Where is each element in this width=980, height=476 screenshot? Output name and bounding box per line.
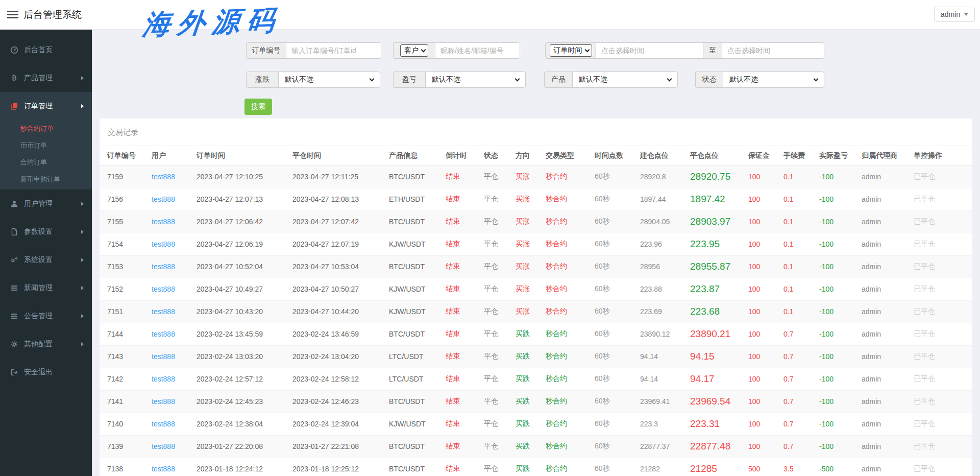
user-menu[interactable]: admin	[934, 7, 975, 22]
logout-icon	[10, 368, 19, 376]
user-link[interactable]: test888	[152, 413, 197, 435]
cell-order-id: 7143	[100, 345, 152, 368]
customer-input[interactable]	[435, 42, 520, 59]
cell-fee: 0.1	[783, 165, 819, 188]
cell-trade-type: 秒合约	[546, 323, 595, 345]
sidebar-subitem-spot-orders[interactable]: 币币订单	[0, 137, 92, 154]
sidebar-item-label: 订单管理	[24, 102, 53, 111]
cell-trade-type: 秒合约	[546, 188, 595, 210]
cell-product: KJW/USDT	[389, 413, 446, 435]
sidebar-item-other[interactable]: 其他配置	[0, 330, 92, 358]
user-link[interactable]: test888	[152, 255, 197, 278]
sidebar-subitem-contract-orders[interactable]: 合约订单	[0, 154, 92, 171]
cell-fee: 0.1	[783, 233, 819, 255]
cell-product: ETH/USDT	[389, 188, 446, 210]
status-select[interactable]: 默认不选	[723, 72, 824, 88]
sidebar-item-dashboard[interactable]: 后台首页	[0, 36, 92, 64]
cell-action: 已平仓	[914, 345, 972, 368]
cell-order-id: 7139	[100, 435, 152, 458]
user-link[interactable]: test888	[152, 165, 197, 188]
column-header: 平仓时间	[292, 146, 389, 165]
cell-close-time: 2023-04-27 12:07:42	[292, 210, 389, 233]
cell-close-price: 22877.48	[690, 435, 748, 458]
records-panel: 交易记录 订单编号用户订单时间平仓时间产品信息倒计时状态方向交易类型时间点数建仓…	[100, 118, 972, 476]
sidebar-item-products[interactable]: 产品管理	[0, 64, 92, 92]
sidebar-item-notice[interactable]: 公告管理	[0, 302, 92, 330]
cell-trade-type: 秒合约	[546, 458, 595, 476]
user-link[interactable]: test888	[152, 188, 197, 210]
sidebar-item-label: 参数设置	[24, 227, 53, 236]
time-from-input[interactable]	[596, 42, 703, 59]
product-label: 产品	[544, 72, 572, 88]
chevron-down-icon	[584, 47, 590, 53]
cell-status: 平仓	[484, 233, 516, 255]
cell-order-id: 7141	[100, 390, 152, 413]
menu-toggle-icon[interactable]	[7, 9, 18, 20]
chevron-down-icon	[370, 77, 375, 82]
cell-status: 平仓	[484, 255, 516, 278]
user-link[interactable]: test888	[152, 390, 197, 413]
user-link[interactable]: test888	[152, 368, 197, 390]
order-no-input[interactable]	[286, 42, 381, 59]
user-link[interactable]: test888	[152, 435, 197, 458]
user-link[interactable]: test888	[152, 233, 197, 255]
cell-direction: 买涨	[516, 278, 546, 300]
cell-action: 已平仓	[914, 255, 972, 278]
sidebar-item-orders[interactable]: 订单管理	[0, 92, 92, 120]
sidebar-item-system[interactable]: 系统设置	[0, 246, 92, 274]
user-link[interactable]: test888	[152, 210, 197, 233]
cell-close-price: 223.95	[690, 233, 748, 255]
cell-close-price: 223.87	[690, 278, 748, 300]
cell-agent: admin	[862, 458, 914, 476]
list-icon	[10, 284, 19, 292]
cell-trade-type: 秒合约	[546, 233, 595, 255]
cell-countdown: 结束	[446, 368, 484, 390]
cell-product: BTC/USDT	[389, 165, 446, 188]
sidebar-subitem-new-coin-orders[interactable]: 新币申购订单	[0, 171, 92, 187]
cell-open-time: 2023-04-27 10:49:27	[197, 278, 292, 300]
cell-margin: 100	[748, 278, 783, 300]
profit-select[interactable]: 默认不选	[425, 72, 526, 88]
updown-select[interactable]: 默认不选	[278, 72, 380, 88]
chevron-down-icon	[421, 47, 426, 53]
cell-close-price: 23890.21	[690, 323, 748, 345]
cell-agent: admin	[862, 165, 914, 188]
table-row: 7140test8882023-02-24 12:38:042023-02-24…	[100, 413, 972, 435]
user-link[interactable]: test888	[152, 345, 197, 368]
cell-order-id: 7142	[100, 368, 152, 390]
sidebar-item-news[interactable]: 新闻管理	[0, 274, 92, 302]
cell-pnl: -100	[819, 165, 862, 188]
sidebar-item-label: 新闻管理	[24, 283, 53, 293]
cell-direction: 买跌	[516, 368, 546, 390]
cell-status: 平仓	[484, 345, 516, 368]
cell-trade-type: 秒合约	[546, 300, 595, 323]
caret-down-icon	[964, 13, 968, 16]
cell-direction: 买跌	[516, 323, 546, 345]
sidebar-item-params[interactable]: 参数设置	[0, 218, 92, 246]
customer-type-select[interactable]: 客户	[400, 44, 428, 57]
user-link[interactable]: test888	[152, 323, 197, 345]
search-button[interactable]: 搜索	[244, 99, 272, 115]
sidebar-item-logout[interactable]: 安全退出	[0, 358, 92, 386]
sidebar-subitem-second-contract-orders[interactable]: 秒合约订单	[0, 120, 92, 137]
cell-open-price: 223.69	[640, 300, 690, 323]
cell-countdown: 结束	[446, 165, 484, 188]
product-select[interactable]: 默认不选	[572, 72, 678, 88]
user-link[interactable]: test888	[152, 278, 197, 300]
cell-duration: 60秒	[595, 435, 640, 458]
cell-open-time: 2023-04-27 12:10:25	[197, 165, 292, 188]
column-header: 单控操作	[914, 146, 972, 165]
cell-close-time: 2023-01-27 22:21:08	[292, 435, 389, 458]
user-link[interactable]: test888	[152, 458, 197, 476]
cell-open-price: 223.88	[640, 278, 690, 300]
time-to-input[interactable]	[722, 42, 824, 59]
time-type-select[interactable]: 订单时间	[550, 44, 592, 57]
bitcoin-icon	[10, 74, 19, 82]
user-link[interactable]: test888	[152, 300, 197, 323]
cell-open-price: 21282	[640, 458, 690, 476]
order-no-label: 订单编号	[246, 42, 286, 59]
sidebar-item-users[interactable]: 用户管理	[0, 189, 92, 218]
cell-open-price: 223.3	[640, 413, 690, 435]
profit-filter-group: 盈亏 默认不选	[393, 72, 526, 88]
dashboard-icon	[10, 46, 19, 54]
